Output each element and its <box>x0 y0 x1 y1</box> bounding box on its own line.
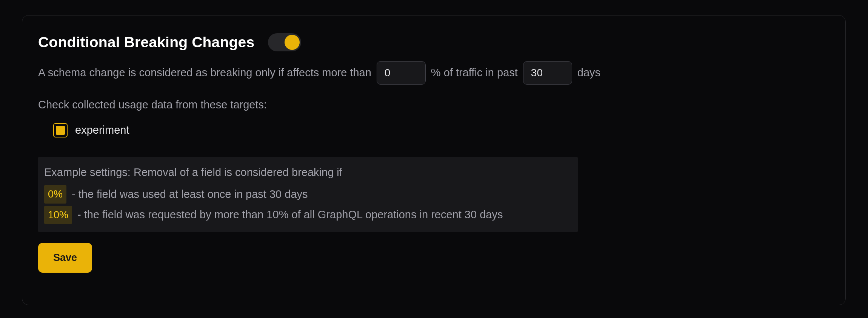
checkbox-fill <box>56 126 65 135</box>
example-box: Example settings: Removal of a field is … <box>38 157 578 233</box>
panel-title: Conditional Breaking Changes <box>38 31 254 54</box>
breaking-changes-panel: Conditional Breaking Changes A schema ch… <box>22 15 846 305</box>
example-row-0: 0% - the field was used at least once in… <box>44 185 572 204</box>
toggle-knob <box>285 35 300 50</box>
example-text-1: - the field was requested by more than 1… <box>77 207 503 223</box>
days-input[interactable] <box>523 61 572 85</box>
target-label: experiment <box>75 122 129 139</box>
targets-label: Check collected usage data from these ta… <box>38 97 830 113</box>
enable-toggle[interactable] <box>268 33 301 51</box>
example-badge-1: 10% <box>44 206 72 224</box>
percent-input[interactable] <box>377 61 426 85</box>
threshold-mid: % of traffic in past <box>431 65 518 81</box>
example-badge-0: 0% <box>44 185 66 204</box>
threshold-sentence: A schema change is considered as breakin… <box>38 61 830 85</box>
panel-header: Conditional Breaking Changes <box>38 31 830 54</box>
example-text-0: - the field was used at least once in pa… <box>72 186 308 203</box>
example-row-1: 10% - the field was requested by more th… <box>44 206 572 224</box>
threshold-prefix: A schema change is considered as breakin… <box>38 65 371 81</box>
target-row: experiment <box>53 122 830 139</box>
target-checkbox-experiment[interactable] <box>53 123 68 137</box>
example-intro: Example settings: Removal of a field is … <box>44 164 572 181</box>
save-button[interactable]: Save <box>38 243 92 273</box>
threshold-suffix: days <box>577 65 600 81</box>
